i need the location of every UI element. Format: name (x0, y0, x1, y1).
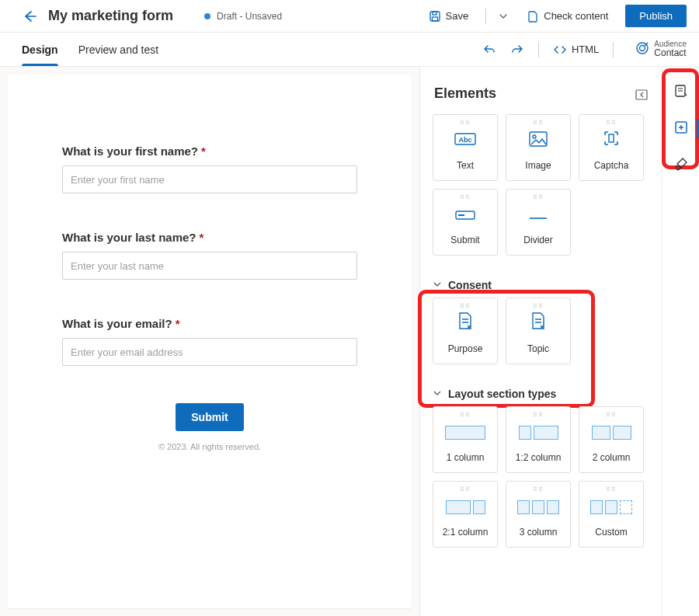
publish-button[interactable]: Publish (625, 5, 687, 27)
svg-rect-2 (432, 17, 437, 21)
element-label: Text (457, 160, 474, 171)
back-icon[interactable] (22, 9, 37, 24)
email-input[interactable] (62, 338, 357, 366)
save-button[interactable]: Save (423, 7, 475, 26)
rail-elements[interactable] (669, 116, 693, 141)
element-label: 2:1 column (443, 527, 489, 538)
element-topic[interactable]: ⠿⠿ Topic (506, 298, 571, 364)
status-text: Draft - Unsaved (217, 11, 282, 22)
document-check-icon (527, 10, 539, 23)
section-layout-toggle[interactable]: Layout section types (420, 380, 662, 405)
layout-thumb-icon (445, 424, 485, 441)
svg-point-4 (640, 46, 645, 51)
save-dropdown[interactable] (497, 9, 509, 24)
layout-2-column[interactable]: ⠿⠿ 2 column (579, 406, 644, 473)
element-label: Image (525, 160, 551, 171)
basic-elements: ⠿⠿ Abc Text ⠿⠿ Image ⠿⠿ Captcha ⠿⠿ Submi… (420, 113, 662, 271)
layout-21-column[interactable]: ⠿⠿ 2:1 column (433, 481, 498, 548)
element-label: Purpose (448, 343, 483, 354)
consent-elements: ⠿⠿ Purpose ⠿⠿ Topic (420, 296, 662, 380)
save-label: Save (446, 10, 469, 22)
required-icon: * (201, 144, 206, 158)
element-label: Topic (527, 343, 549, 354)
section-title: Consent (448, 279, 492, 291)
section-title: Layout section types (448, 388, 556, 400)
form-footer: © 2023. All rights reserved. (62, 442, 357, 451)
svg-text:Abc: Abc (458, 136, 471, 144)
svg-rect-0 (430, 12, 440, 21)
right-side: Elements ⠿⠿ Abc Text ⠿⠿ Image ⠿⠿ Captcha (419, 67, 699, 616)
element-divider[interactable]: ⠿⠿ Divider (506, 189, 571, 256)
section-consent-toggle[interactable]: Consent (420, 271, 662, 296)
undo-button[interactable] (482, 43, 496, 57)
elements-panel: Elements ⠿⠿ Abc Text ⠿⠿ Image ⠿⠿ Captcha (419, 67, 662, 616)
element-label: Custom (595, 527, 627, 538)
main: What is your first name?* What is your l… (0, 67, 699, 616)
text-icon: Abc (454, 131, 476, 149)
layout-12-column[interactable]: ⠿⠿ 1:2 column (506, 406, 571, 473)
check-content-label: Check content (544, 10, 608, 22)
svg-rect-10 (609, 134, 614, 142)
html-button[interactable]: HTML (553, 43, 599, 57)
submit-icon (455, 209, 475, 224)
svg-rect-5 (636, 90, 647, 99)
image-icon (529, 131, 548, 149)
layout-thumb-icon (517, 499, 559, 516)
field-email: What is your email?* (62, 317, 357, 366)
rail-styles[interactable] (669, 152, 693, 178)
layout-elements: ⠿⠿ 1 column ⠿⠿ 1:2 column ⠿⠿ 2 column ⠿⠿… (420, 405, 662, 563)
field-label: What is your email? (62, 317, 172, 330)
collapse-icon (635, 89, 648, 100)
element-captcha[interactable]: ⠿⠿ Captcha (579, 114, 644, 181)
page-title: My marketing form (48, 8, 173, 24)
chevron-down-icon (433, 279, 442, 291)
status-dot-icon (204, 13, 210, 19)
element-label: Submit (450, 235, 479, 245)
rail-form-settings[interactable] (669, 79, 693, 105)
svg-rect-1 (433, 12, 436, 15)
last-name-input[interactable] (62, 252, 357, 280)
divider (613, 42, 614, 57)
purpose-icon (457, 311, 474, 332)
form-canvas[interactable]: What is your first name?* What is your l… (8, 75, 412, 608)
status-badge: Draft - Unsaved (204, 11, 282, 22)
chevron-down-icon (433, 388, 442, 400)
element-text[interactable]: ⠿⠿ Abc Text (433, 114, 498, 181)
field-last-name: What is your last name?* (62, 231, 357, 280)
first-name-input[interactable] (62, 165, 357, 193)
form-settings-icon (674, 84, 688, 98)
field-label: What is your last name? (62, 231, 196, 244)
tabs: Design Preview and test (22, 33, 158, 66)
target-icon (635, 41, 649, 57)
check-content-button[interactable]: Check content (520, 7, 614, 26)
element-image[interactable]: ⠿⠿ Image (506, 114, 571, 181)
audience-selector[interactable]: Audience Contact (635, 40, 687, 58)
redo-button[interactable] (510, 43, 524, 57)
collapse-panel-button[interactable] (635, 87, 648, 100)
save-icon (429, 10, 441, 23)
element-label: Divider (523, 235, 552, 245)
audience-value: Contact (654, 48, 687, 58)
sub-actions: HTML Audience Contact (482, 40, 687, 58)
element-submit[interactable]: ⠿⠿ Submit (433, 189, 498, 256)
layout-3-column[interactable]: ⠿⠿ 3 column (506, 481, 571, 548)
form-submit-button[interactable]: Submit (176, 403, 243, 431)
field-label: What is your first name? (62, 144, 198, 158)
element-purpose[interactable]: ⠿⠿ Purpose (433, 298, 498, 364)
tab-preview[interactable]: Preview and test (78, 33, 159, 66)
element-label: 1 column (447, 452, 485, 463)
layout-thumb-icon (446, 499, 485, 516)
required-icon: * (200, 231, 204, 244)
layout-custom[interactable]: ⠿⠿ Custom (579, 481, 644, 548)
layout-thumb-icon (592, 424, 631, 441)
code-icon (553, 43, 567, 57)
layout-1-column[interactable]: ⠿⠿ 1 column (433, 406, 498, 473)
element-label: 1:2 column (516, 452, 562, 463)
redo-icon (510, 43, 524, 57)
svg-rect-12 (458, 214, 464, 216)
app-header: My marketing form Draft - Unsaved Save C… (0, 0, 699, 33)
canvas-wrap: What is your first name?* What is your l… (0, 67, 419, 616)
tab-design[interactable]: Design (22, 33, 58, 66)
layout-thumb-icon (590, 499, 632, 516)
panel-title: Elements (434, 85, 496, 102)
